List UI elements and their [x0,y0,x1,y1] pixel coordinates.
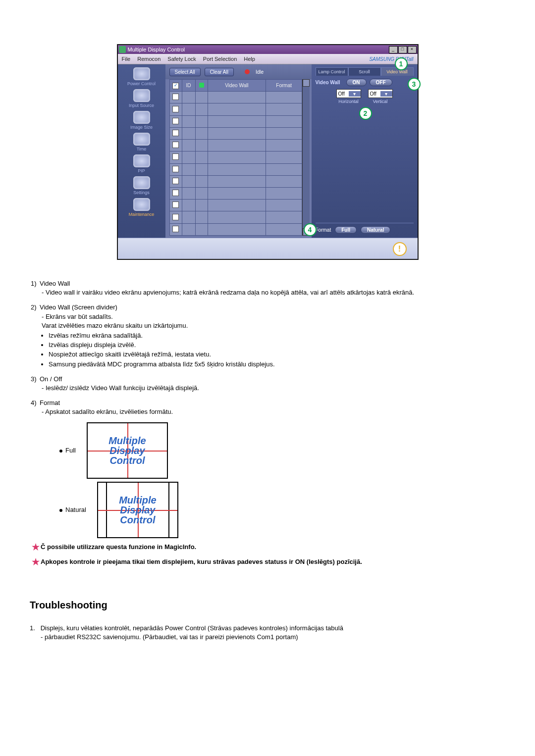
tab-lamp-control[interactable]: Lamp Control [316,67,348,76]
sidebar-item-image-size[interactable]: Image Size [120,111,163,130]
note-text: Apkopes kontrole ir pieejama tikai tiem … [41,558,362,565]
star-icon: ★ [32,557,40,567]
item-number: 3) [31,375,40,384]
format-label: Format [316,227,331,233]
options-panel: 1 Lamp Control Scroll Video Wall Video W… [312,64,418,238]
status-strip: ! [118,238,418,259]
callout-2: 2 [359,107,372,120]
menu-safety-lock[interactable]: Safety Lock [167,56,196,62]
sidebar-item-power-control[interactable]: Power Control [120,67,163,86]
table-row[interactable] [169,92,302,103]
menu-file[interactable]: File [122,56,131,62]
table-row[interactable] [169,223,302,235]
idle-indicator-icon [245,69,250,74]
troubleshooting-heading: Troubleshooting [30,598,505,612]
video-wall-label: Video Wall [316,80,343,85]
table-row[interactable] [169,127,302,139]
format-natural-illustration: Multiple Display Control [97,482,178,538]
col-power[interactable] [195,80,208,92]
table-scrollbar[interactable] [302,79,309,236]
select-all-button[interactable]: Select All [169,68,201,76]
minimize-button[interactable]: _ [389,46,398,53]
table-row[interactable] [169,115,302,127]
chevron-down-icon: ▾ [380,91,392,97]
format-full-button[interactable]: Full [335,226,357,234]
sidebar-item-input-source[interactable]: Input Source [120,89,163,108]
sidebar-item-pip[interactable]: PIP [120,154,163,173]
table-row[interactable] [169,175,302,187]
maximize-button[interactable]: □ [398,46,407,53]
table-row[interactable] [169,187,302,199]
list-item: Izvēlas režīmu ekrāna sadalītājā. [49,331,505,340]
input-source-icon [133,89,150,102]
titlebar: Multiple Display Control _ □ × [118,45,418,54]
pip-icon [133,154,150,167]
idle-label: Idle [256,69,264,75]
table-row[interactable] [169,163,302,175]
item-title: Video Wall (Screen divider) [40,303,117,311]
app-icon [119,46,126,53]
item-number: 1) [31,279,40,288]
document-body: 1)Video Wall - Video wall ir vairāku vid… [30,279,505,642]
callout-1: 1 [395,57,408,70]
table-row[interactable] [169,151,302,163]
ts-item-number: 1. [30,624,39,633]
tab-scroll[interactable]: Scroll [348,67,381,76]
list-item: Izvēlas displeju displeja izvēlē. [49,341,505,350]
list-item: Samsung piedāvātā MDC programma atbalsta… [49,360,505,369]
col-format[interactable]: Format [266,80,302,92]
callout-4: 4 [304,223,317,236]
sidebar-item-settings[interactable]: Settings [120,176,163,195]
natural-label: Natural [65,506,86,513]
table-row[interactable] [169,140,302,151]
item-title: On / Off [40,375,62,383]
col-id[interactable]: ID [182,80,195,92]
col-video-wall[interactable]: Video Wall [208,80,266,92]
sidebar: Power Control Input Source Image Size Ti… [118,64,165,238]
star-icon: ★ [32,542,40,552]
center-panel: Select All Clear All Idle ID Video Wall … [165,64,312,238]
display-table: ID Video Wall Format [169,79,303,236]
vertical-select[interactable]: Off▾ [368,89,393,98]
callout-3: 3 [408,78,421,91]
maintenance-icon [133,198,150,211]
menu-remocon[interactable]: Remocon [137,56,160,62]
menu-port-selection[interactable]: Port Selection [203,56,237,62]
horizontal-select[interactable]: Off▾ [336,89,361,98]
close-button[interactable]: × [408,46,417,53]
menu-help[interactable]: Help [244,56,255,62]
power-control-icon [133,67,150,80]
format-full-illustration: Multiple Display Control [87,422,168,479]
off-button[interactable]: OFF [370,79,392,86]
item-title: Video Wall [40,280,70,287]
window-title: Multiple Display Control [128,47,389,52]
list-item: Nospiežot attiecīgo skaitli izvēlētajā r… [49,350,505,359]
app-window: Multiple Display Control _ □ × File Remo… [117,45,418,259]
sidebar-item-time[interactable]: Time [120,133,163,151]
scroll-up-icon[interactable] [303,79,309,87]
clear-all-button[interactable]: Clear All [205,68,234,76]
time-icon [133,133,150,146]
item-number: 2) [31,303,40,312]
settings-icon [133,176,150,189]
ts-item-sub: pārbaudiet RS232C savienojumu. (Pārbaudi… [45,633,298,641]
item-text: Video wall ir vairāku video ekrānu apvie… [46,289,414,296]
note-text: Č possibile utilizzare questa funzione i… [41,543,196,551]
table-row[interactable] [169,211,302,223]
format-natural-button[interactable]: Natural [361,226,390,234]
table-row[interactable] [169,200,302,211]
ts-item-text: Displejs, kuru vēlaties kontrolēt, nepar… [41,624,343,632]
vertical-caption: Vertical [373,99,388,104]
chevron-down-icon: ▾ [349,91,361,97]
menubar: File Remocon Safety Lock Port Selection … [118,54,418,64]
table-row[interactable] [169,103,302,115]
full-label: Full [65,447,76,454]
item-number: 4) [31,399,40,407]
warning-icon: ! [393,242,407,256]
horizontal-caption: Horizontal [338,99,359,104]
header-checkbox[interactable] [172,83,179,89]
on-button[interactable]: ON [346,79,367,86]
item-title: Format [40,399,60,406]
image-size-icon [133,111,150,124]
sidebar-item-maintenance[interactable]: Maintenance [120,198,163,217]
